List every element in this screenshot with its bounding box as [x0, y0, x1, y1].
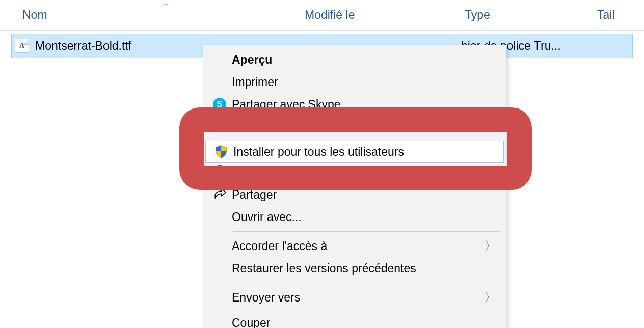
header-name[interactable]: Nom	[0, 1, 300, 29]
partial-app-icon	[212, 163, 227, 171]
chevron-right-icon: 〉	[485, 290, 496, 305]
menu-separator	[233, 283, 499, 283]
menu-share[interactable]: Partager	[204, 183, 505, 206]
menu-install-all-users[interactable]: Installer pour tous les utilisateurs	[205, 141, 504, 163]
menu-label: Aperçu	[232, 53, 496, 67]
menu-label: Imprimer	[232, 75, 496, 89]
menu-label: Ouvrir avec...	[232, 210, 496, 224]
menu-separator	[233, 119, 499, 119]
file-name: Montserrat-Bold.ttf	[35, 39, 131, 53]
menu-print[interactable]: Imprimer	[204, 71, 505, 93]
menu-restore-previous[interactable]: Restaurer les versions précédentes	[204, 257, 505, 280]
menu-label: Installer pour tous les utilisateurs	[233, 145, 494, 159]
menu-label: Couper	[232, 316, 496, 328]
font-file-icon: A	[15, 39, 29, 53]
header-size[interactable]: Tail	[592, 1, 644, 29]
menu-separator	[233, 231, 499, 232]
chevron-right-icon: 〉	[485, 238, 496, 254]
menu-preview[interactable]: Aperçu	[204, 48, 505, 71]
menu-cut[interactable]: Couper	[204, 315, 505, 328]
menu-label: Envoyer vers	[232, 291, 485, 305]
menu-label: Partager avec Skype	[232, 98, 496, 112]
column-headers: ︿ Nom Modifié le Type Tail	[0, 0, 644, 31]
menu-separator	[233, 312, 499, 312]
menu-grant-access[interactable]: Accorder l'accès à 〉	[204, 235, 505, 257]
sort-indicator-icon: ︿	[163, 0, 170, 8]
menu-partial-item[interactable]	[204, 163, 505, 171]
menu-open-with[interactable]: Ouvrir avec...	[204, 206, 505, 228]
share-icon	[212, 187, 227, 202]
svg-rect-0	[217, 167, 223, 169]
header-type[interactable]: Type	[460, 1, 592, 29]
header-modified[interactable]: Modifié le	[300, 1, 460, 29]
menu-share-skype[interactable]: S Partager avec Skype	[204, 93, 505, 116]
menu-hidden-install	[204, 122, 505, 141]
skype-icon: S	[213, 98, 226, 111]
context-menu: Aperçu Imprimer S Partager avec Skype In…	[203, 45, 506, 328]
menu-label: Partager	[232, 188, 496, 202]
menu-send-to[interactable]: Envoyer vers 〉	[204, 286, 505, 309]
menu-label: Restaurer les versions précédentes	[232, 262, 496, 276]
menu-label: Accorder l'accès à	[232, 239, 485, 253]
uac-shield-icon	[214, 145, 228, 159]
